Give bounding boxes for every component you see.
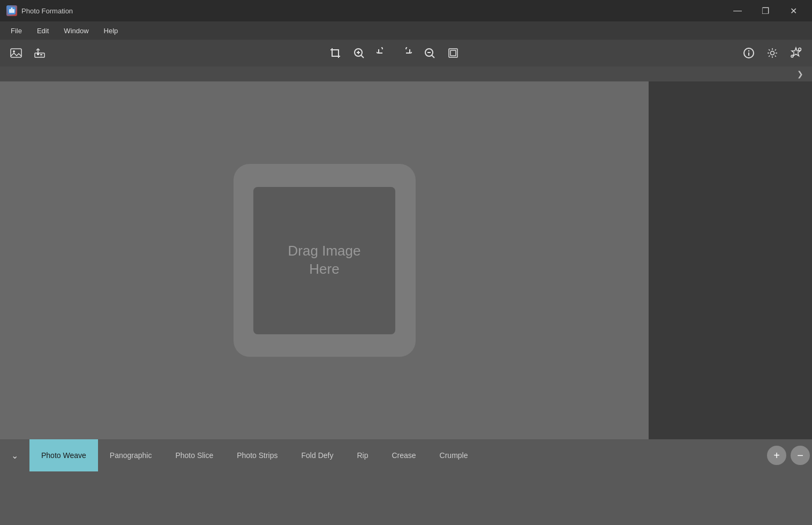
tab-photo-weave[interactable]: Photo Weave [29, 439, 98, 471]
drop-zone-inner: Drag ImageHere [253, 187, 395, 334]
tab-photo-slice[interactable]: Photo Slice [163, 439, 225, 471]
tab-fold-defy[interactable]: Fold Defy [290, 439, 345, 471]
rotate-right-button[interactable] [395, 43, 417, 63]
svg-rect-3 [11, 49, 21, 57]
svg-point-22 [771, 51, 775, 55]
toolbar [0, 40, 812, 66]
tabs-remove-button[interactable]: − [791, 446, 810, 465]
tab-crease[interactable]: Crease [380, 439, 427, 471]
export-button[interactable] [29, 43, 50, 63]
canvas-area[interactable]: Drag ImageHere [0, 81, 649, 439]
app-icon [6, 5, 17, 16]
svg-point-2 [11, 8, 13, 9]
maximize-button[interactable]: ❐ [753, 2, 778, 19]
title-bar-controls: — ❐ ✕ [725, 2, 806, 19]
collapse-arrow-icon: ❯ [797, 70, 803, 78]
svg-point-21 [748, 50, 749, 51]
tabs-scroll-down-button[interactable]: ⌄ [0, 439, 29, 471]
tab-photo-strips[interactable]: Photo Strips [225, 439, 289, 471]
zoom-out-button[interactable] [419, 43, 440, 63]
tab-panographic[interactable]: Panographic [98, 439, 164, 471]
zoom-in-button[interactable] [348, 43, 370, 63]
svg-rect-8 [40, 56, 42, 56]
svg-rect-9 [332, 50, 339, 56]
svg-rect-18 [450, 50, 456, 56]
title-bar-left: Photo Formation [6, 5, 73, 16]
drop-zone[interactable]: Drag ImageHere [234, 164, 416, 357]
crop-button[interactable] [325, 43, 346, 63]
title-bar: Photo Formation — ❐ ✕ [0, 0, 812, 21]
close-button[interactable]: ✕ [781, 2, 806, 19]
svg-rect-1 [9, 9, 14, 13]
svg-point-4 [13, 50, 15, 52]
right-panel [649, 81, 812, 439]
menu-edit[interactable]: Edit [31, 25, 55, 37]
drop-zone-text: Drag ImageHere [288, 242, 361, 279]
rotate-left-button[interactable] [372, 43, 393, 63]
tabs-scroll-container: Photo Weave Panographic Photo Slice Phot… [29, 439, 765, 471]
minimize-button[interactable]: — [725, 2, 750, 19]
svg-rect-5 [35, 53, 44, 57]
collapse-bar[interactable]: ❯ [0, 66, 812, 81]
fit-button[interactable] [442, 43, 464, 63]
tab-crumple[interactable]: Crumple [428, 439, 480, 471]
svg-rect-6 [37, 53, 39, 55]
tabs-add-button[interactable]: + [767, 446, 786, 465]
app-title: Photo Formation [21, 7, 73, 15]
bottom-area [0, 471, 812, 525]
menu-window[interactable]: Window [57, 25, 95, 37]
menu-bar: File Edit Window Help [0, 21, 812, 40]
menu-help[interactable]: Help [97, 25, 125, 37]
svg-line-13 [361, 55, 364, 58]
effects-button[interactable] [785, 43, 807, 63]
toolbar-right [738, 43, 807, 63]
tab-rip[interactable]: Rip [345, 439, 380, 471]
svg-point-24 [791, 55, 793, 57]
open-image-button[interactable] [5, 43, 27, 63]
svg-line-16 [432, 55, 434, 58]
svg-rect-7 [40, 54, 42, 55]
menu-file[interactable]: File [4, 25, 28, 37]
svg-point-23 [799, 48, 801, 51]
settings-button[interactable] [762, 43, 783, 63]
tabs-bar: ⌄ Photo Weave Panographic Photo Slice Ph… [0, 439, 812, 471]
info-button[interactable] [738, 43, 760, 63]
